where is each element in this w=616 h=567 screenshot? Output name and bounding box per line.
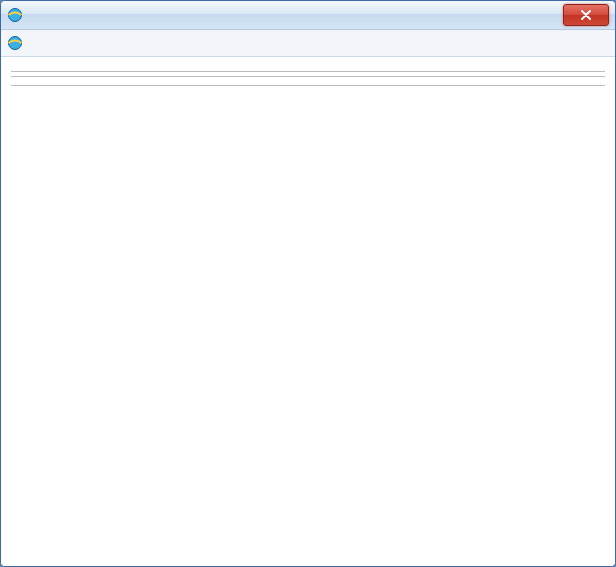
close-icon <box>580 10 592 20</box>
svg-point-0 <box>9 9 22 22</box>
close-button[interactable] <box>563 4 609 26</box>
divider <box>11 85 605 86</box>
ie-icon <box>7 7 23 23</box>
divider <box>11 76 605 77</box>
content-area <box>1 57 615 566</box>
svg-point-1 <box>9 37 22 50</box>
titlebar <box>1 1 615 30</box>
ie-icon <box>7 35 23 51</box>
divider <box>11 71 605 72</box>
data-section <box>11 81 605 83</box>
address-bar <box>1 30 615 57</box>
dialog-window <box>0 0 616 567</box>
page-heading <box>11 63 605 69</box>
